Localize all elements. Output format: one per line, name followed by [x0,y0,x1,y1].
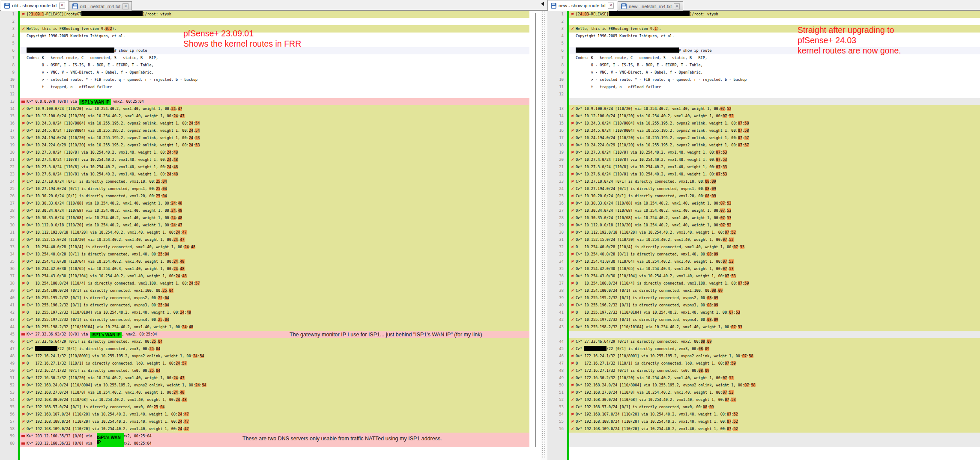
line-content[interactable]: ≠O 10.255.197.2/32 [110/8104] via 10.254… [569,309,980,316]
line-number[interactable]: 2 [0,18,18,25]
line-content[interactable]: ≠O>* 192.168.108.0/24 [110/20] via 10.25… [20,418,529,425]
line-number[interactable]: 25 [547,193,567,200]
line-number[interactable]: 38 [547,287,567,294]
line-content[interactable]: ≠O>* 10.112.0.0/18 [110/20] via 10.254.4… [569,222,980,229]
line-number[interactable]: 3 [547,25,567,33]
line-number[interactable]: 54 [547,411,567,418]
line-content[interactable]: ≠C>* 10.30.20.0/24 [0/1] is directly con… [569,193,980,200]
line-number[interactable] [547,447,567,454]
line-number[interactable]: 35 [547,265,567,273]
line-number[interactable]: 41 [0,302,18,309]
line-number[interactable]: 22 [547,171,567,178]
line-number[interactable]: 19 [0,142,18,149]
line-content[interactable]: Copyright 1996-2005 Kunihiro Ishiguro, e… [569,33,980,40]
line-content[interactable]: ≠O>* 10.27.5.0/24 [110/8] via 10.254.40.… [569,163,980,171]
line-content[interactable]: ≠O 172.16.27.1/32 [110/1] is directly co… [569,360,980,367]
line-content[interactable]: ≠O>* 10.27.6.0/24 [110/8] via 10.254.40.… [569,171,980,178]
line-number[interactable]: 53 [547,404,567,411]
line-content[interactable]: ≠O 172.16.27.1/32 [110/1] is directly co… [20,360,529,367]
line-number[interactable]: 45 [0,331,18,338]
line-number[interactable] [547,98,567,105]
line-content[interactable]: ≠O>* 10.24.224.0/29 [110/20] via 10.255.… [20,142,529,149]
line-number[interactable]: 14 [547,113,567,120]
line-number[interactable]: 2 [547,18,567,25]
line-number[interactable]: 12 [0,91,18,98]
line-content[interactable]: ≠O>* 192.168.30.0/24 [110/68] via 10.254… [20,396,529,404]
line-number[interactable]: 17 [547,134,567,142]
line-content[interactable]: ≠O 10.254.100.0/24 [110/4] is directly c… [569,280,980,287]
line-content[interactable]: ≠O>* 10.255.198.2/32 [110/10104] via 10.… [20,323,529,331]
line-content[interactable]: ≠C>* /22 [0/1] is directly connected, vm… [569,345,980,353]
line-content[interactable]: ≠C>* 10.255.197.2/32 [0/1] is directly c… [20,316,529,323]
line-number[interactable]: 44 [0,323,18,331]
line-content[interactable]: ≠O>* 10.254.41.0/30 [110/64] via 10.254.… [20,258,529,265]
line-number[interactable]: 9 [0,69,18,76]
line-number[interactable]: 54 [0,396,18,404]
splitter-collapse-icon[interactable] [541,2,544,6]
line-content[interactable]: ≠O>* 10.152.15.0/24 [110/20] via 10.254.… [569,236,980,243]
line-number[interactable]: 32 [0,236,18,243]
line-number[interactable]: 46 [0,338,18,345]
line-content[interactable]: ≠C>* 10.254.40.0/28 [0/1] is directly co… [20,251,529,258]
line-number[interactable]: 51 [547,389,567,396]
line-number[interactable]: 27 [547,207,567,214]
line-number[interactable]: 5 [0,40,18,47]
line-content[interactable]: ≠O>* 192.168.109.0/24 [110/20] via 10.25… [20,425,529,433]
line-content[interactable]: ≠O>* 192.168.107.0/24 [110/20] via 10.25… [20,411,529,418]
line-number[interactable]: 42 [0,309,18,316]
line-content[interactable]: ≠O>* 10.24.224.0/29 [110/20] via 10.255.… [569,142,980,149]
line-content[interactable]: ≠C>* /22 [0/1] is directly connected, vm… [20,345,529,353]
line-content[interactable]: ≠O>* 10.30.35.0/24 [110/68] via 10.254.4… [20,214,529,222]
line-content[interactable] [569,40,980,47]
line-number[interactable]: 28 [0,207,18,214]
line-number[interactable]: 57 [0,418,18,425]
line-number[interactable]: 15 [0,113,18,120]
line-number[interactable]: 20 [547,156,567,163]
line-number[interactable]: 30 [0,222,18,229]
line-number[interactable]: 40 [547,302,567,309]
line-content[interactable]: ≠Hello, this is FRRouting (version 9.1). [569,25,980,33]
line-number[interactable]: 8 [547,62,567,69]
line-content[interactable]: ≠O 10.255.197.2/32 [110/8104] via 10.254… [20,309,529,316]
line-content[interactable] [569,91,980,98]
line-number[interactable]: 51 [0,374,18,382]
line-number[interactable]: 8 [0,62,18,69]
line-content[interactable]: ≠O>* 10.27.6.0/24 [110/8] via 10.254.40.… [20,171,529,178]
editor-tab-right[interactable]: new - netstat -rn4.txt✕ [618,1,683,11]
line-number[interactable]: 53 [0,389,18,396]
line-content[interactable]: ≠C>* 10.255.195.2/32 [0/1] is directly c… [569,294,980,302]
line-number[interactable]: 48 [0,353,18,360]
line-content[interactable]: ≠C>* 192.168.57.0/24 [0/1] is directly c… [20,404,529,411]
line-content[interactable]: ≠C>* 10.255.197.2/32 [0/1] is directly c… [569,316,980,323]
line-content[interactable]: ≠O>* 172.16.30.2/32 [110/20] via 10.254.… [20,374,529,382]
line-number[interactable]: 15 [547,120,567,127]
line-content[interactable] [569,18,980,25]
line-content[interactable]: Codes: K - kernel route, C - connected, … [20,54,529,62]
line-content[interactable]: ≠O>* 192.168.27.0/24 [110/8] via 10.254.… [20,389,529,396]
line-number[interactable]: 5 [547,40,567,47]
tab-close-icon[interactable]: ✕ [122,3,128,9]
line-number[interactable]: 12 [547,91,567,98]
line-content[interactable]: ≠O>* 10.30.33.0/24 [110/68] via 10.254.4… [20,200,529,207]
line-number[interactable]: 1 [547,11,567,18]
line-content[interactable] [20,91,529,98]
line-content[interactable]: ≠O>* 192.168.109.0/24 [110/20] via 10.25… [569,425,980,433]
line-content[interactable]: ≠C>* 27.33.46.64/29 [0/1] is directly co… [569,338,980,345]
line-number[interactable]: 33 [547,251,567,258]
line-content[interactable]: ≠O>* 172.16.24.1/32 [110/8001] via 10.25… [569,353,980,360]
line-content[interactable]: ≠O 10.254.100.0/24 [110/4] is directly c… [20,280,529,287]
line-content[interactable]: ≠O>* 10.24.3.0/24 [110/8004] via 10.255.… [20,120,529,127]
line-number[interactable]: 7 [547,54,567,62]
line-content[interactable]: ≠O>* 10.30.34.0/24 [110/68] via 10.254.4… [569,207,980,214]
line-content[interactable]: ≠O>* 192.168.107.0/24 [110/20] via 10.25… [569,411,980,418]
editor-tab-right[interactable]: new - show ip route.txt✕ [547,0,617,11]
line-number[interactable]: 3 [0,25,18,33]
line-content[interactable]: ≠C>* 10.27.10.0/24 [0/1] is directly con… [569,178,980,185]
line-number[interactable]: 44 [547,338,567,345]
line-content[interactable]: ≠O>* 192.168.30.0/24 [110/68] via 10.254… [569,396,980,404]
line-number[interactable]: 39 [547,294,567,302]
line-number[interactable]: 9 [547,69,567,76]
line-number[interactable]: 55 [547,418,567,425]
line-content[interactable]: O - OSPF, I - IS-IS, B - BGP, E - EIGRP,… [20,62,529,69]
line-number[interactable]: 27 [0,200,18,207]
